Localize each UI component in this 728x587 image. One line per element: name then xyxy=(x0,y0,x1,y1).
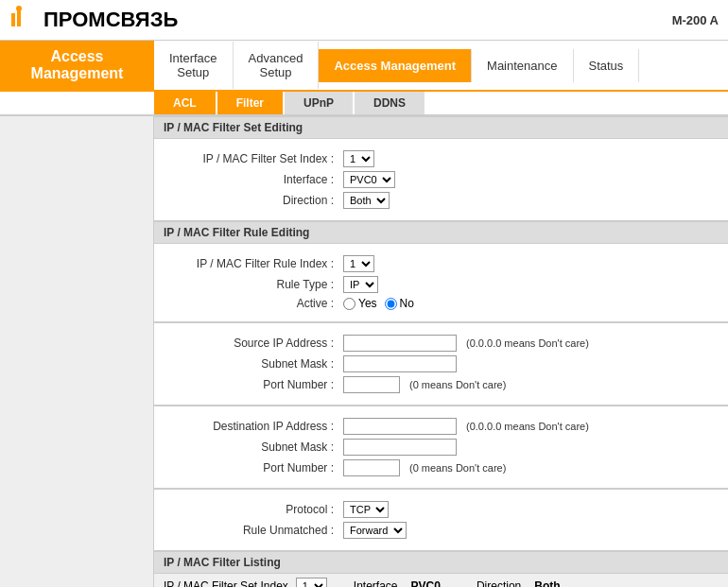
nav-left-label: Access Management xyxy=(0,41,154,90)
radio-yes[interactable] xyxy=(343,298,355,310)
filter-rule-index-control: 1 xyxy=(343,255,374,272)
listing-header: IP / MAC Filter Listing xyxy=(154,551,728,574)
dest-port-label: Port Number : xyxy=(173,461,343,475)
src-mask-control: 255.255.255.0 xyxy=(343,355,457,372)
listing-set-index-label: IP / MAC Filter Set Index xyxy=(164,579,288,587)
dest-ip-hint: (0.0.0.0 means Don't care) xyxy=(466,421,589,432)
dest-ip-label: Destination IP Address : xyxy=(173,420,343,433)
src-port-label: Port Number : xyxy=(173,378,343,391)
filter-set-interface-row: Interface : PVC0 xyxy=(173,171,709,188)
filter-rule-active-label: Active : xyxy=(173,297,343,310)
filter-rule-index-select[interactable]: 1 xyxy=(343,255,374,272)
dest-mask-input[interactable]: 255.255.255.0 xyxy=(343,439,457,456)
nav-item-access[interactable]: Access Management xyxy=(319,49,472,82)
radio-no-label[interactable]: No xyxy=(385,297,414,310)
logo-icon xyxy=(9,6,38,34)
sub-item-acl[interactable]: ACL xyxy=(154,92,217,114)
unmatched-row: Rule Unmatched : Forward xyxy=(173,522,709,539)
listing-direction-label: Direction xyxy=(477,579,521,587)
dest-ip-row: Destination IP Address : 87.240.131.117 … xyxy=(173,418,709,435)
src-ip-control: 192.168.1.8 (0.0.0.0 means Don't care) xyxy=(343,335,589,352)
radio-no[interactable] xyxy=(385,298,397,310)
svg-point-2 xyxy=(16,6,22,11)
filter-set-interface-control: PVC0 xyxy=(343,171,395,188)
dest-port-control: 0 (0 means Don't care) xyxy=(343,459,506,476)
filter-set-direction-select[interactable]: Both xyxy=(343,192,390,209)
svg-rect-1 xyxy=(17,9,21,26)
listing-interface-label: Interface xyxy=(354,579,398,587)
dest-port-row: Port Number : 0 (0 means Don't care) xyxy=(173,459,709,476)
protocol-control: TCP xyxy=(343,501,389,518)
filter-rule-active-control: Yes No xyxy=(343,297,414,310)
src-port-hint: (0 means Don't care) xyxy=(409,379,506,390)
unmatched-label: Rule Unmatched : xyxy=(173,524,343,537)
filter-rule-form: IP / MAC Filter Rule Index : 1 Rule Type… xyxy=(154,244,728,322)
src-ip-label: Source IP Address : xyxy=(173,337,343,350)
top-nav: Access Management InterfaceSetup Advance… xyxy=(0,41,728,92)
filter-rule-index-row: IP / MAC Filter Rule Index : 1 xyxy=(173,255,709,272)
filter-rule-type-select[interactable]: IP xyxy=(343,276,378,293)
radio-no-text: No xyxy=(400,297,414,310)
model-label: M-200 A xyxy=(672,13,719,27)
sub-item-filter[interactable]: Filter xyxy=(217,92,285,114)
filter-set-index-control: 1 xyxy=(343,150,374,167)
dest-mask-control: 255.255.255.0 xyxy=(343,439,457,456)
src-ip-row: Source IP Address : 192.168.1.8 (0.0.0.0… xyxy=(173,335,709,352)
listing-interface-value: PVC0 xyxy=(411,579,441,587)
svg-rect-0 xyxy=(11,13,15,26)
filter-rule-type-control: IP xyxy=(343,276,378,293)
protocol-row: Protocol : TCP xyxy=(173,501,709,518)
filter-set-form: IP / MAC Filter Set Index : 1 Interface … xyxy=(154,139,728,221)
dest-mask-row: Subnet Mask : 255.255.255.0 xyxy=(173,439,709,456)
filter-rule-type-label: Rule Type : xyxy=(173,278,343,291)
dest-form: Destination IP Address : 87.240.131.117 … xyxy=(154,406,728,489)
dest-ip-control: 87.240.131.117 (0.0.0.0 means Don't care… xyxy=(343,418,589,435)
main-layout: IP / MAC Filter Set Editing IP / MAC Fil… xyxy=(0,116,728,587)
src-port-row: Port Number : 0 (0 means Don't care) xyxy=(173,376,709,393)
protocol-label: Protocol : xyxy=(173,503,343,516)
filter-rule-type-row: Rule Type : IP xyxy=(173,276,709,293)
nav-item-advanced[interactable]: AdvancedSetup xyxy=(234,42,320,89)
filter-rule-index-label: IP / MAC Filter Rule Index : xyxy=(173,257,343,270)
src-ip-hint: (0.0.0.0 means Don't care) xyxy=(466,337,589,349)
sidebar xyxy=(0,116,154,587)
protocol-select[interactable]: TCP xyxy=(343,501,389,518)
filter-set-header: IP / MAC Filter Set Editing xyxy=(154,116,728,139)
dest-mask-label: Subnet Mask : xyxy=(173,440,343,454)
filter-set-index-label: IP / MAC Filter Set Index : xyxy=(173,152,343,165)
sub-nav: ACL Filter UPnP DDNS xyxy=(0,92,728,116)
dest-ip-input[interactable]: 87.240.131.117 xyxy=(343,418,457,435)
nav-items: InterfaceSetup AdvancedSetup Access Mana… xyxy=(154,41,728,90)
radio-yes-text: Yes xyxy=(358,297,377,310)
unmatched-select[interactable]: Forward xyxy=(343,522,407,539)
source-form: Source IP Address : 192.168.1.8 (0.0.0.0… xyxy=(154,322,728,406)
unmatched-control: Forward xyxy=(343,522,407,539)
src-port-input[interactable]: 0 xyxy=(343,376,400,393)
src-ip-input[interactable]: 192.168.1.8 xyxy=(343,335,457,352)
filter-set-interface-select[interactable]: PVC0 xyxy=(343,171,395,188)
dest-port-input[interactable]: 0 xyxy=(343,459,400,476)
filter-set-index-select[interactable]: 1 xyxy=(343,150,374,167)
nav-item-maintenance[interactable]: Maintenance xyxy=(472,49,573,82)
protocol-form: Protocol : TCP Rule Unmatched : Forward xyxy=(154,489,728,551)
logo: ПРОМСВЯЗЬ xyxy=(9,6,178,34)
listing-section: IP / MAC Filter Set Index 1 Interface PV… xyxy=(154,574,728,587)
src-mask-input[interactable]: 255.255.255.0 xyxy=(343,355,457,372)
sub-item-upnp[interactable]: UPnP xyxy=(285,92,355,114)
src-port-control: 0 (0 means Don't care) xyxy=(343,376,506,393)
nav-item-interface[interactable]: InterfaceSetup xyxy=(154,42,234,89)
filter-set-direction-control: Both xyxy=(343,192,390,209)
nav-item-status[interactable]: Status xyxy=(574,49,640,82)
src-mask-row: Subnet Mask : 255.255.255.0 xyxy=(173,355,709,372)
filter-set-index-row: IP / MAC Filter Set Index : 1 xyxy=(173,150,709,167)
radio-yes-label[interactable]: Yes xyxy=(343,297,377,310)
sub-item-ddns[interactable]: DDNS xyxy=(355,92,426,114)
listing-set-index-select[interactable]: 1 xyxy=(296,578,327,587)
filter-set-interface-label: Interface : xyxy=(173,173,343,186)
header: ПРОМСВЯЗЬ M-200 A xyxy=(0,0,728,41)
logo-text: ПРОМСВЯЗЬ xyxy=(43,8,178,32)
filter-rule-active-row: Active : Yes No xyxy=(173,297,709,310)
filter-rule-header: IP / MAC Filter Rule Editing xyxy=(154,221,728,244)
filter-set-direction-label: Direction : xyxy=(173,194,343,207)
src-mask-label: Subnet Mask : xyxy=(173,357,343,371)
